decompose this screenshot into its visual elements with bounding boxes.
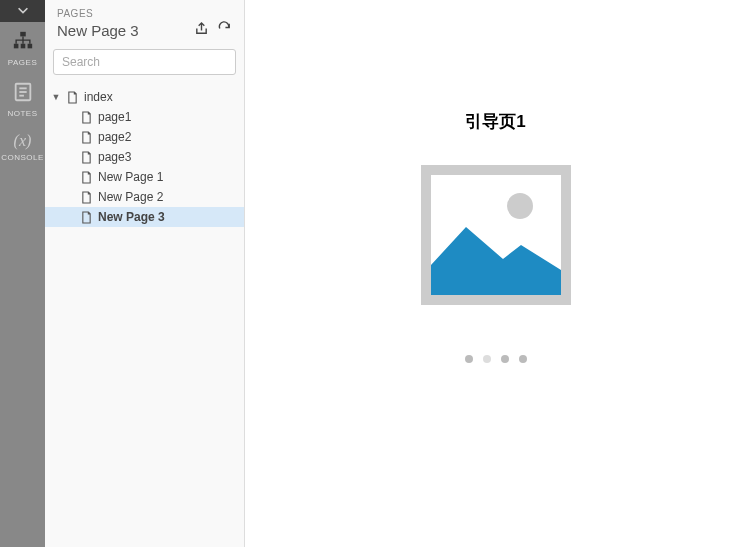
image-placeholder[interactable] [421,165,571,305]
page-icon [81,131,92,144]
canvas-area: 引导页1 [245,0,746,547]
chevron-down-icon [16,3,30,20]
panel-header: PAGES New Page 3 [45,0,244,49]
rail-item-console[interactable]: (x) CONSOLE [0,124,45,168]
tree-item-newpage3[interactable]: New Page 3 [45,207,244,227]
rail-item-label: CONSOLE [1,153,44,162]
export-icon[interactable] [194,21,209,39]
carousel-dot-active[interactable] [483,355,491,363]
search-input[interactable] [53,49,236,75]
tree-item-page3[interactable]: page3 [45,147,244,167]
page-icon [67,91,78,104]
carousel-dots [465,355,527,363]
tree-item-newpage1[interactable]: New Page 1 [45,167,244,187]
tree-item-label: New Page 3 [98,210,165,224]
tree-folder-index[interactable]: ▼ index [45,87,244,107]
rail-item-pages[interactable]: PAGES [0,22,45,73]
page-icon [81,151,92,164]
carousel-dot[interactable] [519,355,527,363]
pages-panel: PAGES New Page 3 [45,0,245,547]
rail-collapse-button[interactable] [0,0,45,22]
svg-rect-0 [20,32,26,37]
panel-section-label: PAGES [57,8,232,19]
tree-item-label: page1 [98,110,131,124]
tree-item-newpage2[interactable]: New Page 2 [45,187,244,207]
page-icon [81,111,92,124]
left-rail: PAGES NOTES (x) CONSOLE [0,0,45,547]
rail-item-label: NOTES [7,109,37,118]
carousel-dot[interactable] [501,355,509,363]
page-icon [81,191,92,204]
page-icon [81,171,92,184]
notes-icon [12,81,34,106]
tree-item-label: page3 [98,150,131,164]
svg-rect-2 [20,44,25,49]
svg-rect-3 [27,44,32,49]
variable-icon: (x) [14,132,32,150]
caret-down-icon[interactable]: ▼ [51,92,61,102]
rail-item-notes[interactable]: NOTES [0,73,45,124]
page-tree: ▼ index page1 page2 page3 [45,83,244,547]
refresh-icon[interactable] [217,21,232,39]
placeholder-mountain-icon [431,215,561,295]
tree-item-label: New Page 1 [98,170,163,184]
tree-item-page2[interactable]: page2 [45,127,244,147]
canvas-heading: 引导页1 [465,110,525,133]
tree-item-label: New Page 2 [98,190,163,204]
tree-item-label: page2 [98,130,131,144]
tree-item-page1[interactable]: page1 [45,107,244,127]
sitemap-icon [12,30,34,55]
carousel-dot[interactable] [465,355,473,363]
panel-title: New Page 3 [57,22,139,39]
svg-rect-1 [13,44,18,49]
page-icon [81,211,92,224]
tree-item-label: index [84,90,113,104]
rail-item-label: PAGES [8,58,37,67]
